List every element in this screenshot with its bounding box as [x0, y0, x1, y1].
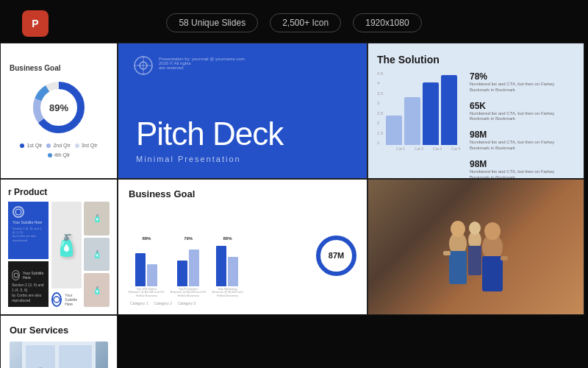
chart-bars: [386, 71, 457, 145]
slide-services[interactable]: Our Services: [0, 315, 118, 368]
slide1-title: Business Goal: [10, 64, 60, 72]
services-image: [10, 342, 108, 368]
svg-rect-18: [501, 256, 508, 261]
product-content: Your Subtitle Here Section 1 (2, 3), and…: [8, 202, 110, 307]
y-axis: 4.5 4 3.5 3 2.5 2 1.5 1: [377, 71, 383, 145]
badge-slides: 58 Unique Slides: [166, 13, 258, 32]
svg-rect-13: [449, 251, 467, 284]
slides-grid: Business Goal 89% 1st Qtr 2nd Qtr 3rd Qt…: [0, 43, 588, 368]
header: P 58 Unique Slides 2,500+ Icon 1920x1080: [0, 0, 588, 43]
svg-rect-16: [482, 256, 503, 291]
slide2-email: Presentation by: yourmail @ yourname.com…: [159, 57, 245, 70]
pitch-subtitle: Minimal Presentation: [136, 155, 349, 163]
business-goal-circle: 87M: [316, 236, 356, 276]
pitch-title: Pitch Deck: [136, 118, 349, 150]
donut-chart: 89%: [29, 78, 88, 137]
badge-icons: 2,500+ Icon: [270, 13, 341, 32]
solution-content: 4.5 4 3.5 3 2.5 2 1.5 1: [377, 71, 575, 179]
svg-rect-24: [59, 345, 92, 368]
stat-3: 98M Numbered list and CTA, but then on F…: [470, 130, 565, 152]
slide-solution[interactable]: The Solution 4.5 4 3.5 3 2.5 2 1.5 1: [368, 43, 584, 179]
solution-stats: 78% Numbered list and CTA, but then on F…: [470, 71, 565, 179]
slide-people-photo[interactable]: [368, 179, 584, 315]
legend-item-1: 1st Qtr: [20, 143, 42, 148]
legend-item-4: 4th Qtr: [48, 152, 70, 158]
slide5-title: Business Goal: [129, 188, 356, 199]
slide-our-product[interactable]: r Product Your Subtitle Here Section 1 (…: [0, 179, 118, 315]
legend-item-2: 2nd Qtr: [46, 143, 70, 148]
slide-business-goal-bottom[interactable]: Business Goal 88% Top 100 HollowBetween …: [118, 179, 368, 315]
svg-point-10: [54, 297, 60, 302]
bg-content: 88% Top 100 HollowBetween @ $4,000 and 5…: [129, 205, 356, 305]
slide4-title: r Product: [8, 187, 110, 197]
badge-resolution: 1920x1080: [353, 13, 421, 32]
slide-business-goal[interactable]: Business Goal 89% 1st Qtr 2nd Qtr 3rd Qt…: [0, 43, 118, 179]
svg-point-12: [451, 221, 465, 237]
stat-2: 65K Numbered list and CTA, but then on F…: [470, 101, 565, 123]
slide3-title: The Solution: [377, 54, 575, 66]
people-illustration: [432, 203, 520, 291]
mini-circle-1: [12, 206, 24, 218]
legend: 1st Qtr 2nd Qtr 3rd Qtr 4th Qtr: [10, 143, 108, 158]
office-illustration: [22, 342, 96, 368]
product-left: Your Subtitle Here Section 1 (2, 3), and…: [8, 202, 49, 307]
slide-pitch-deck[interactable]: Presentation by: yourmail @ yourname.com…: [118, 43, 368, 179]
slide2-icon: [133, 55, 154, 76]
svg-point-15: [484, 222, 501, 240]
slide7-title: Our Services: [10, 325, 108, 336]
powerpoint-icon: P: [22, 10, 49, 37]
product-right: 🧴 Your Subtitle Here 🧴 🧴 🧴: [51, 202, 110, 307]
x-labels: Cat 1 Cat 2 Cat 3 Cat 4: [377, 146, 464, 151]
product-col2: 🧴 🧴 🧴: [84, 202, 110, 307]
product-img-main: 🧴 Your Subtitle Here: [51, 202, 82, 307]
product-blue-box: Your Subtitle Here Section 1 (2, 3), and…: [8, 202, 49, 259]
svg-point-8: [15, 209, 21, 215]
stat-1: 78% Numbered list and CTA, but then on F…: [470, 71, 565, 93]
stat-4: 98M Numbered list and CTA, but then on F…: [470, 159, 565, 179]
donut-label: 89%: [49, 102, 68, 113]
legend-item-3: 3rd Qtr: [75, 143, 98, 148]
svg-point-9: [14, 273, 18, 277]
svg-rect-17: [443, 251, 451, 255]
bg-chart: 88% Top 100 HollowBetween @ $4,000 and 5…: [129, 236, 310, 305]
product-dark-box: Your Subtitle Here Section 2 (3, 4) and …: [8, 261, 49, 307]
svg-rect-23: [26, 345, 55, 368]
svg-rect-21: [468, 246, 481, 275]
svg-point-20: [469, 222, 481, 235]
